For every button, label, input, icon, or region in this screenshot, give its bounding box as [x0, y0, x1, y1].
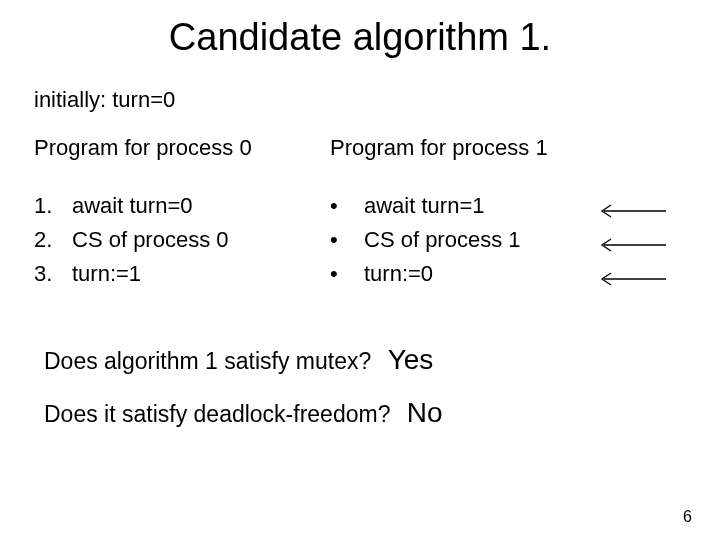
process-0-heading: Program for process 0 [34, 135, 320, 161]
process-1-column: Program for process 1 • await turn=1 • C… [320, 135, 700, 291]
question-text: Does algorithm 1 satisfy mutex? [44, 348, 371, 374]
code-row: 1. await turn=0 [34, 189, 320, 223]
answer-text: Yes [388, 344, 434, 375]
page-number: 6 [683, 508, 692, 526]
question-text: Does it satisfy deadlock-freedom? [44, 401, 390, 427]
code-text: CS of process 0 [72, 223, 320, 257]
code-text: turn:=1 [72, 257, 320, 291]
arrow-annotations [594, 194, 666, 296]
slide: Candidate algorithm 1. initially: turn=0… [0, 0, 720, 540]
questions-block: Does algorithm 1 satisfy mutex? Yes Does… [44, 333, 720, 439]
line-number: 2. [34, 223, 72, 257]
bullet: • [330, 223, 364, 257]
bullet: • [330, 257, 364, 291]
arrow-left-icon [594, 194, 666, 228]
process-1-heading: Program for process 1 [330, 135, 700, 161]
code-text: await turn=0 [72, 189, 320, 223]
line-number: 1. [34, 189, 72, 223]
bullet: • [330, 189, 364, 223]
line-number: 3. [34, 257, 72, 291]
code-row: 2. CS of process 0 [34, 223, 320, 257]
question-mutex: Does algorithm 1 satisfy mutex? Yes [44, 333, 720, 386]
arrow-left-icon [594, 262, 666, 296]
answer-text: No [407, 397, 443, 428]
question-deadlock: Does it satisfy deadlock-freedom? No [44, 386, 720, 439]
slide-title: Candidate algorithm 1. [0, 0, 720, 59]
arrow-left-icon [594, 228, 666, 262]
process-0-column: Program for process 0 1. await turn=0 2.… [0, 135, 320, 291]
initial-condition: initially: turn=0 [34, 87, 720, 113]
columns: Program for process 0 1. await turn=0 2.… [0, 135, 720, 291]
code-row: 3. turn:=1 [34, 257, 320, 291]
